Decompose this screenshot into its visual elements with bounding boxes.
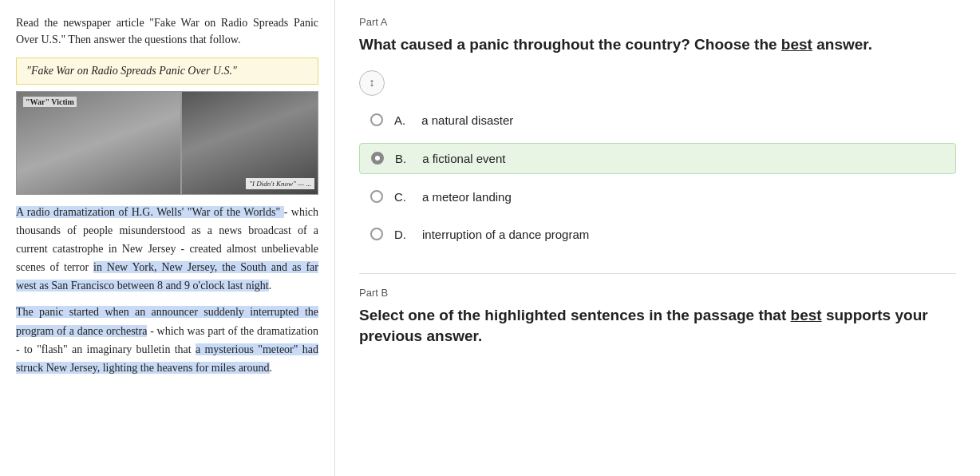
option-b-letter: B. (395, 152, 406, 165)
option-d[interactable]: D. interruption of a dance program (359, 220, 956, 249)
option-a-letter: A. (394, 113, 405, 127)
paragraph-2: The panic started when an announcer sudd… (16, 303, 318, 376)
section-divider (359, 273, 956, 274)
option-b[interactable]: B. a fictional event (359, 143, 956, 174)
left-panel: Read the newspaper article "Fake War on … (0, 0, 335, 476)
scroll-icon: ↕ (369, 77, 375, 89)
option-c[interactable]: C. a meteor landing (359, 182, 956, 212)
right-panel: Part A What caused a panic throughout th… (335, 0, 980, 476)
war-victim-label: "War" Victim (23, 97, 77, 107)
instructions-text: Read the newspaper article "Fake War on … (16, 14, 318, 48)
option-c-letter: C. (394, 190, 406, 204)
option-d-radio[interactable] (370, 228, 383, 240)
option-a[interactable]: A. a natural disaster (359, 105, 956, 135)
highlight-para1-start[interactable]: A radio dramatization of H.G. Wells' "Wa… (16, 206, 284, 218)
part-b-label: Part B (359, 287, 956, 299)
option-a-text: a natural disaster (421, 113, 513, 127)
image-left-half (17, 92, 182, 194)
scroll-button[interactable]: ↕ (359, 70, 385, 96)
option-a-radio[interactable] (370, 113, 383, 126)
paragraph-1: A radio dramatization of H.G. Wells' "Wa… (16, 203, 318, 295)
para1-text-1: A radio dramatization of H.G. Wells' "Wa… (16, 206, 280, 218)
option-d-text: interruption of a dance program (422, 228, 589, 241)
newspaper-image: "War" Victim "I Didn't Know" — ... (16, 91, 318, 195)
option-b-text: a fictional event (422, 152, 505, 165)
passage-text: A radio dramatization of H.G. Wells' "Wa… (16, 203, 318, 377)
article-title-box: "Fake War on Radio Spreads Panic Over U.… (16, 58, 318, 85)
answer-options: A. a natural disaster B. a fictional eve… (359, 105, 956, 249)
option-d-letter: D. (394, 228, 406, 241)
question-underline: best (781, 36, 812, 53)
option-b-radio[interactable] (371, 152, 384, 165)
part-b-question: Select one of the highlighted sentences … (359, 305, 956, 347)
option-c-text: a meteor landing (422, 190, 512, 204)
part-a-label: Part A (359, 16, 956, 28)
article-title: "Fake War on Radio Spreads Panic Over U.… (26, 65, 237, 77)
question-text: What caused a panic throughout the count… (359, 34, 956, 56)
image-caption: "I Didn't Know" — ... (246, 178, 314, 189)
part-b-underline: best (791, 307, 822, 323)
option-c-radio[interactable] (370, 190, 383, 203)
